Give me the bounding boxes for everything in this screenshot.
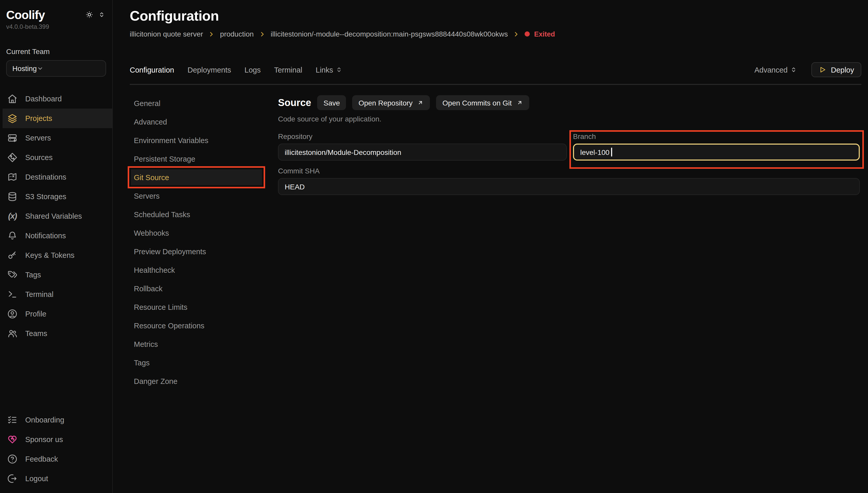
subnav-item-environment-variables[interactable]: Environment Variables	[131, 132, 262, 148]
sidebar-item-sponsor-us[interactable]: Sponsor us	[0, 430, 112, 449]
sidebar-nav: Dashboard Projects Servers Sources Desti…	[0, 89, 112, 343]
page-title: Configuration	[130, 8, 861, 24]
branch-label: Branch	[573, 132, 860, 141]
sidebar-item-onboarding[interactable]: Onboarding	[0, 410, 112, 430]
repository-label: Repository	[278, 132, 567, 141]
sidebar-item-notifications[interactable]: Notifications	[0, 226, 112, 245]
layers-icon	[7, 113, 18, 124]
arrow-up-right-icon	[417, 99, 424, 106]
deploy-button[interactable]: Deploy	[811, 62, 861, 77]
current-team-label: Current Team	[0, 47, 112, 56]
deploy-label: Deploy	[831, 66, 854, 74]
sidebar-item-projects[interactable]: Projects	[3, 109, 112, 128]
subnav-item-rollback[interactable]: Rollback	[131, 280, 262, 296]
sidebar-item-label: Profile	[25, 310, 46, 318]
sidebar-item-keys-tokens[interactable]: Keys & Tokens	[0, 245, 112, 265]
sidebar-item-profile[interactable]: Profile	[0, 304, 112, 324]
sidebar-item-shared-variables[interactable]: (x) Shared Variables	[0, 206, 112, 226]
sidebar-item-label: Notifications	[25, 232, 66, 240]
subnav-item-webhooks[interactable]: Webhooks	[131, 225, 262, 241]
git-source-panel: Source Save Open Repository Open Commits…	[264, 95, 861, 392]
sidebar-footer-nav: Onboarding Sponsor us Feedback Logout	[0, 410, 112, 488]
sidebar-item-s3-storages[interactable]: S3 Storages	[0, 187, 112, 206]
tab-links[interactable]: Links	[316, 66, 342, 74]
repository-field: Repository	[278, 132, 567, 160]
tab-logs[interactable]: Logs	[245, 66, 261, 74]
sidebar-item-label: Shared Variables	[25, 212, 82, 220]
sidebar-item-destinations[interactable]: Destinations	[0, 167, 112, 187]
save-button[interactable]: Save	[317, 95, 346, 110]
main-area: Configuration illicitonion quote server …	[113, 0, 868, 493]
status-badge: Exited	[525, 30, 555, 38]
subnav-item-general[interactable]: General	[131, 95, 262, 111]
sidebar-item-logout[interactable]: Logout	[0, 469, 112, 488]
subnav-item-scheduled-tasks[interactable]: Scheduled Tasks	[131, 206, 262, 222]
sidebar-item-label: Tags	[25, 271, 41, 279]
tab-links-label: Links	[316, 66, 333, 74]
sidebar-item-feedback[interactable]: Feedback	[0, 449, 112, 469]
subnav-item-metrics[interactable]: Metrics	[131, 336, 262, 352]
sidebar-item-label: Projects	[25, 114, 52, 123]
chevron-down-icon	[37, 65, 44, 72]
app-window: Coolify v4.0.0-beta.399 Current Team Hos…	[0, 0, 868, 493]
tab-separator	[130, 84, 861, 85]
subnav-item-healthcheck[interactable]: Healthcheck	[131, 262, 262, 278]
heart-handshake-icon	[7, 434, 18, 445]
breadcrumb-environment[interactable]: production	[220, 30, 254, 38]
arrow-up-right-icon	[516, 99, 523, 106]
breadcrumb-project[interactable]: illicitonion quote server	[130, 30, 203, 38]
open-commits-button[interactable]: Open Commits on Git	[436, 95, 529, 110]
chevron-right-icon	[513, 30, 520, 37]
git-source-icon	[7, 152, 18, 163]
sidebar-item-label: Terminal	[25, 290, 54, 299]
tab-deployments[interactable]: Deployments	[188, 66, 231, 74]
tag-icon	[7, 270, 18, 280]
sidebar-item-dashboard[interactable]: Dashboard	[0, 89, 112, 109]
open-repository-button[interactable]: Open Repository	[353, 95, 430, 110]
sidebar-item-servers[interactable]: Servers	[0, 128, 112, 148]
home-icon	[7, 94, 18, 104]
subnav-item-git-source[interactable]: Git Source	[131, 169, 262, 185]
key-icon	[7, 250, 18, 260]
commit-sha-label: Commit SHA	[278, 167, 860, 175]
sidebar-item-label: Sources	[25, 153, 52, 162]
advanced-toggle[interactable]: Advanced	[755, 66, 797, 74]
subnav-item-danger-zone[interactable]: Danger Zone	[131, 373, 262, 389]
tab-row: Configuration Deployments Logs Terminal …	[130, 62, 861, 77]
sidebar-item-label: Dashboard	[25, 95, 62, 103]
tab-configuration[interactable]: Configuration	[130, 66, 174, 74]
sidebar-item-label: Logout	[25, 474, 48, 483]
subnav-item-persistent-storage[interactable]: Persistent Storage	[131, 151, 262, 167]
sidebar-item-tags[interactable]: Tags	[0, 265, 112, 284]
chevrons-up-down-icon	[336, 66, 342, 73]
subnav-item-preview-deployments[interactable]: Preview Deployments	[131, 243, 262, 259]
bell-icon	[7, 231, 18, 241]
chevron-right-icon	[259, 30, 266, 37]
sidebar-item-terminal[interactable]: Terminal	[0, 284, 112, 304]
team-select-value: Hosting	[12, 64, 37, 72]
app-logo: Coolify	[6, 8, 45, 22]
subnav-item-resource-operations[interactable]: Resource Operations	[131, 318, 262, 334]
chevron-right-icon	[208, 30, 215, 37]
commit-sha-input[interactable]	[278, 178, 860, 195]
subnav-item-servers[interactable]: Servers	[131, 188, 262, 204]
repository-input[interactable]	[278, 144, 567, 160]
subnav-item-resource-limits[interactable]: Resource Limits	[131, 299, 262, 315]
breadcrumb-application[interactable]: illicitestonion/-module--decomposition:m…	[271, 30, 508, 38]
sidebar-item-label: S3 Storages	[25, 192, 66, 201]
theme-select-chevrons-icon[interactable]	[98, 11, 105, 18]
sidebar-item-sources[interactable]: Sources	[0, 148, 112, 167]
server-icon	[7, 133, 18, 143]
subnav-item-tags[interactable]: Tags	[131, 355, 262, 370]
branch-input[interactable]	[573, 144, 860, 160]
sidebar-item-label: Destinations	[25, 173, 66, 181]
advanced-label: Advanced	[755, 66, 788, 74]
subnav-item-advanced[interactable]: Advanced	[131, 114, 262, 130]
play-icon	[819, 66, 826, 73]
team-select[interactable]: Hosting	[6, 60, 106, 77]
theme-toggle-sun-icon[interactable]	[85, 10, 94, 19]
status-dot-icon	[525, 31, 530, 37]
sidebar-item-teams[interactable]: Teams	[0, 324, 112, 343]
users-icon	[7, 328, 18, 339]
tab-terminal[interactable]: Terminal	[274, 66, 302, 74]
